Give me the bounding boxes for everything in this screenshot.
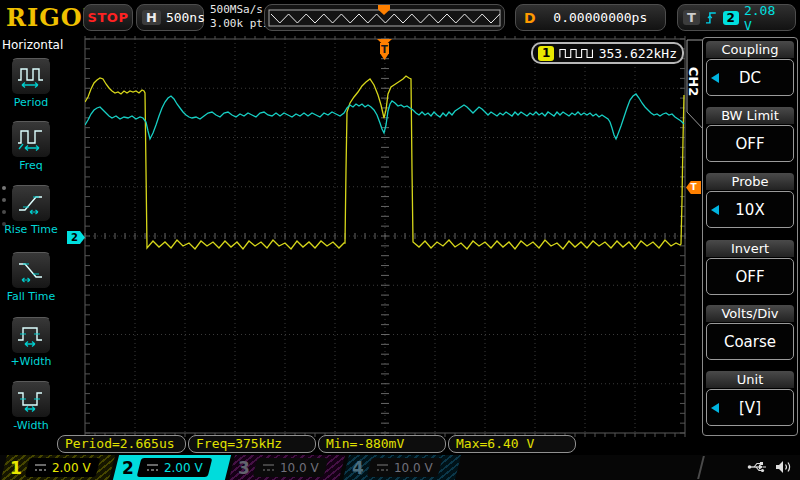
channel-menu-panel: Coupling DC BW Limit OFF Probe 10X Inver… [702, 37, 798, 436]
channel-4-number: 4 [352, 458, 364, 478]
trigger-position-flag: T [380, 43, 389, 60]
horizontal-measure-menu: Horizontal Period Freq Rise Time Fall Ti… [0, 36, 62, 455]
coupling-value[interactable]: DC [706, 59, 794, 96]
plus-width-icon [16, 323, 46, 349]
bw-limit-label: BW Limit [706, 107, 794, 124]
trigger-position-marker[interactable]: T [377, 39, 392, 60]
page-indicator-dot [2, 186, 6, 190]
status-bar-divider [697, 456, 705, 479]
invert-label: Invert [706, 240, 794, 257]
coupling-label: Coupling [706, 41, 794, 58]
menu-item-unit[interactable]: Unit [V] [706, 371, 794, 426]
left-menu-title: Horizontal [2, 38, 63, 52]
trigger-box: T 2 2.08 V [677, 4, 796, 31]
softkey-minus-width[interactable]: -Width [0, 381, 62, 432]
dc-coupling-icon [376, 463, 389, 472]
volts-div-label: Volts/Div [706, 305, 794, 322]
channel-3-number: 3 [238, 458, 250, 478]
rising-edge-icon [705, 10, 718, 25]
softkey-freq-label: Freq [0, 159, 62, 172]
timebase-box: H 500ns [136, 4, 204, 31]
freq-icon [16, 127, 46, 153]
usb-icon [747, 460, 767, 474]
channel-1-block[interactable]: 1 2.00 V [1, 455, 115, 480]
channel-4-scale: 10.0 V [394, 461, 433, 475]
channel-3-block[interactable]: 3 10.0 V [229, 455, 345, 480]
softkey-fall-time-label: Fall Time [0, 290, 62, 303]
delay-label: D [524, 10, 536, 26]
rise-time-icon [16, 191, 46, 217]
softkey-plus-width[interactable]: +Width [0, 317, 62, 368]
channel-2-scale: 2.00 V [164, 461, 203, 475]
waveform-overview-bar[interactable] [264, 4, 505, 31]
square-wave-icon [559, 47, 593, 60]
channel-3-scale-box: 10.0 V [252, 458, 327, 477]
graticule [85, 35, 685, 437]
channel-4-block[interactable]: 4 10.0 V [343, 455, 461, 480]
dc-coupling-icon [146, 463, 159, 472]
softkey-rise-time[interactable]: Rise Time [0, 185, 62, 236]
unit-label: Unit [706, 371, 794, 388]
page-indicator-dot [2, 210, 6, 214]
bw-limit-value[interactable]: OFF [706, 125, 794, 162]
softkey-rise-time-label: Rise Time [0, 223, 62, 236]
volts-div-value[interactable]: Coarse [706, 323, 794, 360]
memory-depth: 3.00k pts [210, 17, 270, 31]
channel-3-scale: 10.0 V [280, 461, 319, 475]
measurement-max: Max=6.40 V [448, 435, 576, 453]
channel-status-bar: 1 2.00 V 2 2.00 V 3 10.0 V 4 [0, 455, 800, 480]
channel-2-block[interactable]: 2 2.00 V [113, 455, 231, 480]
invert-value[interactable]: OFF [706, 258, 794, 295]
channel-1-number: 1 [10, 458, 22, 478]
fall-time-icon [16, 258, 46, 284]
channel-2-scale-box: 2.00 V [136, 458, 211, 477]
acquisition-info: 500MSa/s 3.00k pts [210, 3, 270, 31]
softkey-fall-time[interactable]: Fall Time [0, 252, 62, 303]
softkey-freq[interactable]: Freq [0, 121, 62, 172]
top-bar: RIGOL STOP H 500ns 500MSa/s 3.00k pts D … [0, 0, 800, 36]
channel-1-scale-box: 2.00 V [24, 458, 99, 477]
minus-width-icon [16, 387, 46, 413]
probe-label: Probe [706, 173, 794, 190]
chevron-left-icon [711, 403, 719, 413]
run-state-badge[interactable]: STOP [83, 4, 133, 31]
unit-value[interactable]: [V] [706, 389, 794, 426]
delay-box: D 0.00000000ps [515, 4, 666, 31]
channel-1-scale: 2.00 V [52, 461, 91, 475]
chevron-left-icon [711, 73, 719, 83]
trigger-source-badge: 2 [723, 11, 739, 25]
sample-rate: 500MSa/s [210, 3, 270, 17]
counter-channel-badge: 1 [538, 46, 554, 61]
menu-item-invert[interactable]: Invert OFF [706, 240, 794, 295]
chevron-left-icon [711, 205, 719, 215]
page-indicator-dot [2, 222, 6, 226]
softkey-period[interactable]: Period [0, 58, 62, 109]
softkey-plus-width-label: +Width [0, 355, 62, 368]
measurement-period: Period=2.665us [57, 435, 186, 453]
trigger-level-value: 2.08 V [744, 3, 790, 33]
menu-item-coupling[interactable]: Coupling DC [706, 41, 794, 96]
page-indicator-dot [2, 198, 6, 202]
dc-coupling-icon [34, 463, 47, 472]
frequency-counter-badge: 1 353.622kHz [531, 42, 684, 64]
channel-4-scale-box: 10.0 V [366, 458, 441, 477]
ch2-menu-tab: CH2 [683, 58, 703, 104]
trigger-label: T [683, 10, 700, 25]
waveform-display [0, 0, 800, 480]
horizontal-label: H [142, 10, 161, 25]
menu-item-probe[interactable]: Probe 10X [706, 173, 794, 228]
softkey-period-label: Period [0, 96, 62, 109]
menu-item-volts-div[interactable]: Volts/Div Coarse [706, 305, 794, 360]
counter-frequency-value: 353.622kHz [599, 46, 677, 61]
channel-2-number: 2 [122, 458, 134, 478]
timebase-value: 500ns [166, 10, 205, 25]
measurement-freq: Freq=375kHz [188, 435, 316, 453]
period-icon [16, 64, 46, 90]
delay-value: 0.00000000ps [544, 10, 657, 25]
menu-item-bw-limit[interactable]: BW Limit OFF [706, 107, 794, 162]
dc-coupling-icon [262, 463, 275, 472]
beeper-icon [775, 460, 792, 474]
probe-value[interactable]: 10X [706, 191, 794, 228]
measurement-min: Min=-880mV [318, 435, 446, 453]
softkey-minus-width-label: -Width [0, 419, 62, 432]
